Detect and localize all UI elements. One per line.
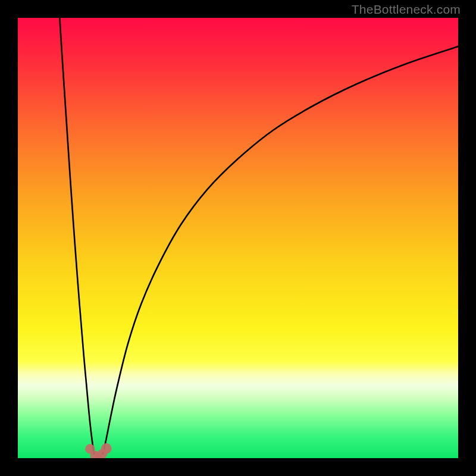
gradient-background: [18, 18, 458, 458]
chart-svg: [18, 18, 458, 458]
chart-frame: TheBottleneck.com: [0, 0, 476, 476]
watermark-text: TheBottleneck.com: [352, 2, 461, 17]
valley-marker: [101, 443, 112, 454]
chart-plot-area: [18, 18, 458, 458]
